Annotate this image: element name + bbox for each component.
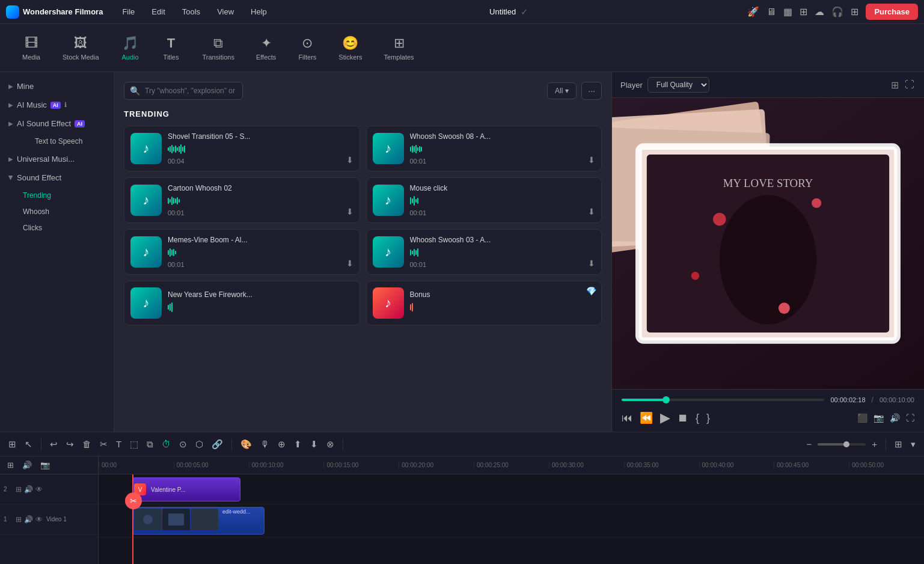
bg-remove-icon[interactable]: ⊗ — [324, 437, 337, 452]
track-lock-icon-2[interactable]: 🔊 — [24, 485, 33, 494]
headphone-icon[interactable]: 🎧 — [831, 6, 843, 17]
export-frame-icon[interactable]: ⬛ — [857, 413, 867, 423]
merge-icon[interactable]: ⧉ — [144, 437, 156, 452]
menu-view[interactable]: View — [213, 5, 237, 19]
audio-card-5[interactable]: ♪ Memes-Vine Boom - Al... 00:01 ⬇ — [124, 229, 360, 275]
sidebar-sub-clicks[interactable]: Clicks — [5, 220, 109, 236]
audio-card-1[interactable]: ♪ Shovel Transition 05 - S... 00:04 ⬇ — [124, 126, 360, 171]
sidebar-sub-trending[interactable]: Trending — [5, 188, 109, 203]
sidebar-sub-whoosh[interactable]: Whoosh — [5, 204, 109, 219]
download-button-2[interactable]: ⬇ — [588, 155, 595, 165]
layout-icon[interactable]: ▦ — [783, 6, 792, 17]
sidebar-item-universal-music[interactable]: ▶ Universal Musi... — [0, 150, 114, 168]
sidebar-item-ai-music[interactable]: ▶ AI Music AI ℹ — [0, 96, 114, 114]
text-tool-icon[interactable]: T — [114, 437, 124, 452]
ai-denoiser-icon[interactable]: 🎙 — [258, 437, 272, 452]
delete-button[interactable]: 🗑 — [80, 437, 94, 452]
audio-card-4[interactable]: ♪ Mouse click 00:01 ⬇ — [366, 177, 602, 223]
zoom-out-button[interactable]: − — [804, 437, 814, 452]
zoom-track[interactable] — [818, 443, 866, 446]
tab-audio-label: Audio — [121, 54, 138, 61]
download-button-4[interactable]: ⬇ — [588, 207, 595, 216]
redo-button[interactable]: ↪ — [64, 437, 76, 452]
grid-icon[interactable]: ⊞ — [800, 6, 807, 17]
export-icon[interactable]: ⬆ — [292, 437, 304, 452]
add-track-row-icon[interactable]: ⊞ — [5, 458, 16, 472]
snapshot-icon[interactable]: 📷 — [874, 413, 884, 423]
progress-track[interactable] — [622, 399, 824, 401]
crop-icon[interactable]: ⬚ — [127, 437, 141, 452]
import-icon[interactable]: ⬇ — [308, 437, 320, 452]
sidebar-item-sound-effect[interactable]: ▶ Sound Effect — [0, 168, 114, 187]
cloud-icon[interactable]: ☁ — [815, 6, 824, 17]
audio-card-3[interactable]: ♪ Cartoon Whoosh 02 00:01 ⬇ — [124, 177, 360, 223]
audio-card-6[interactable]: ♪ Whoosh Swoosh 03 - A... 00:01 ⬇ — [366, 229, 602, 275]
monitor-icon[interactable]: 🖥 — [766, 7, 776, 17]
tab-templates[interactable]: ⊞ Templates — [374, 31, 423, 66]
download-button-5[interactable]: ⬇ — [346, 259, 353, 268]
audio-card-2[interactable]: ♪ Whoosh Swoosh 08 - A... 00:01 ⬇ — [366, 126, 602, 171]
sidebar-item-text-to-speech[interactable]: Text to Speech — [5, 133, 109, 149]
volume-icon[interactable]: 🔊 — [890, 413, 900, 423]
fullscreen-btn-icon[interactable]: ⛶ — [906, 413, 914, 423]
track-lock-icon-1[interactable]: 🔊 — [24, 515, 33, 524]
play-button[interactable]: ▶ — [660, 410, 670, 426]
rocket-icon[interactable]: 🚀 — [747, 6, 759, 17]
tab-filters[interactable]: ⊙ Filters — [288, 31, 326, 66]
menu-help[interactable]: Help — [247, 5, 271, 19]
audio-card-7[interactable]: ♪ New Years Eve Firework... — [124, 281, 360, 325]
tab-titles[interactable]: T Titles — [152, 31, 191, 66]
track-add-icon-1[interactable]: ⊞ — [16, 515, 22, 524]
filter-button[interactable]: All ▾ — [547, 82, 577, 99]
cut-button[interactable]: ✂ — [97, 437, 110, 452]
tab-media[interactable]: 🎞 Media — [12, 31, 50, 66]
more-button[interactable]: ··· — [581, 82, 602, 100]
track-eye-icon-1[interactable]: 👁 — [35, 515, 43, 524]
clip-valentine[interactable]: V Valentine P... — [132, 477, 240, 501]
clip-thumb-1b — [162, 509, 190, 530]
effect2-icon[interactable]: ⊕ — [275, 437, 288, 452]
download-button-3[interactable]: ⬇ — [346, 207, 353, 216]
track-camera-icon[interactable]: 📷 — [38, 458, 52, 472]
layout-button[interactable]: ⊞ — [892, 437, 905, 452]
tab-transitions[interactable]: ⧉ Transitions — [193, 31, 244, 66]
color-grade-icon[interactable]: 🎨 — [238, 437, 254, 452]
tab-stock-media[interactable]: 🖼 Stock Media — [53, 31, 109, 66]
audio-card-8[interactable]: ♪ Bonus 💎 — [366, 281, 602, 325]
skip-back-button[interactable]: ⏮ — [622, 412, 632, 425]
speed-icon[interactable]: ⏱ — [159, 437, 173, 452]
motion-icon[interactable]: ⬡ — [193, 437, 206, 452]
sidebar-item-mine[interactable]: ▶ Mine — [0, 77, 114, 96]
download-button-1[interactable]: ⬇ — [346, 155, 353, 165]
download-button-6[interactable]: ⬇ — [588, 259, 595, 268]
tab-stickers[interactable]: 😊 Stickers — [329, 31, 372, 66]
frame-back-button[interactable]: ⏪ — [640, 411, 653, 425]
stop-button[interactable]: ⏹ — [678, 412, 688, 425]
tab-audio[interactable]: 🎵 Audio — [111, 31, 150, 66]
purchase-button[interactable]: Purchase — [866, 4, 918, 20]
add-track-icon[interactable]: ⊞ — [6, 437, 19, 452]
track-add-icon-2[interactable]: ⊞ — [16, 485, 22, 494]
track-eye-icon-2[interactable]: 👁 — [35, 485, 43, 494]
timer-icon[interactable]: ⊙ — [177, 437, 189, 452]
more-options-button[interactable]: ▾ — [908, 437, 918, 452]
search-input[interactable] — [124, 82, 243, 100]
undo-button[interactable]: ↩ — [47, 437, 60, 452]
menu-tools[interactable]: Tools — [179, 5, 204, 19]
zoom-in-button[interactable]: + — [869, 437, 880, 452]
tab-effects[interactable]: ✦ Effects — [246, 31, 286, 66]
select-tool-icon[interactable]: ↖ — [22, 437, 35, 452]
mark-in-icon[interactable]: { — [696, 412, 699, 425]
menu-file[interactable]: File — [118, 5, 138, 19]
grid-view-icon[interactable]: ⊞ — [890, 78, 900, 92]
mark-out-icon[interactable]: } — [706, 412, 710, 425]
quality-select[interactable]: Full Quality 1/2 Quality 1/4 Quality — [647, 77, 709, 93]
track-mute-icon[interactable]: 🔊 — [20, 458, 34, 472]
apps-icon[interactable]: ⊞ — [851, 6, 858, 17]
clip-edit1[interactable]: edit-wedd... — [132, 507, 265, 535]
link-icon[interactable]: 🔗 — [209, 437, 225, 452]
info-icon[interactable]: ℹ — [64, 101, 67, 109]
menu-edit[interactable]: Edit — [148, 5, 168, 19]
fullscreen-icon[interactable]: ⛶ — [904, 78, 916, 92]
sidebar-item-ai-sound-effect[interactable]: ▶ AI Sound Effect AI — [0, 114, 114, 133]
